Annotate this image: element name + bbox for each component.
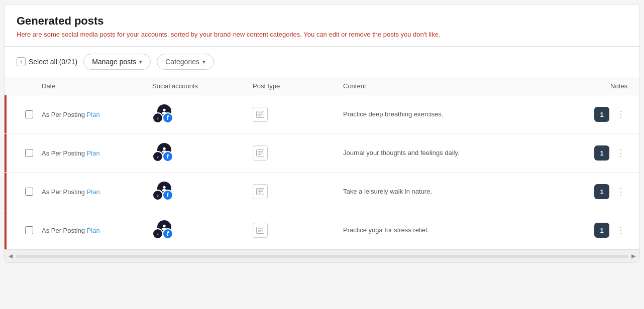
row-content: Take a leisurely walk in nature. [343, 179, 567, 204]
more-options-icon[interactable]: ⋮ [614, 223, 627, 238]
avatar-stack: ♪ f [152, 181, 182, 203]
svg-point-5 [163, 147, 165, 150]
col-content: Content [343, 82, 567, 90]
avatar-stack: ♪ f [152, 103, 182, 125]
row-notes: 1 ⋮ [567, 176, 627, 207]
categories-button[interactable]: Categories ▾ [157, 54, 214, 70]
facebook-icon: f [162, 190, 173, 201]
date-link[interactable]: Plan [87, 111, 100, 118]
page-subtitle: Here are some social media posts for you… [17, 31, 627, 38]
table-row: As Per Posting Plan ♪ f Practice [5, 211, 639, 249]
date-prefix: As Per Posting [42, 149, 87, 157]
checkbox-input[interactable] [25, 149, 33, 157]
svg-point-15 [163, 225, 165, 227]
row-notes: 1 ⋮ [567, 215, 627, 246]
row-content: Practice deep breathing exercises. [343, 102, 567, 127]
row-checkbox[interactable] [17, 149, 42, 157]
table-row: As Per Posting Plan ♪ f Journal y [5, 134, 639, 173]
row-checkbox[interactable] [17, 226, 42, 234]
avatar-stack: ♪ f [152, 142, 182, 164]
select-all-label: Select all (0/21) [29, 58, 77, 66]
row-accounts: ♪ f [152, 173, 253, 211]
checkbox-input[interactable] [25, 110, 33, 118]
row-post-type [253, 215, 343, 246]
chevron-down-icon: ▾ [202, 59, 205, 65]
row-notes: 1 ⋮ [567, 137, 627, 169]
facebook-icon: f [162, 112, 173, 123]
date-link[interactable]: Plan [87, 227, 100, 234]
note-badge: 1 [594, 145, 609, 161]
row-content: Practice yoga for stress relief. [343, 218, 567, 243]
row-notes: 1 ⋮ [567, 99, 627, 130]
table-row: As Per Posting Plan ♪ f Practice [5, 95, 639, 134]
post-type-icon [253, 223, 268, 238]
checkbox-input[interactable] [25, 188, 33, 196]
post-type-icon [253, 184, 268, 199]
col-post-type: Post type [253, 82, 343, 90]
post-type-icon [253, 107, 268, 122]
tiktok-icon: ♪ [152, 151, 163, 162]
more-options-icon[interactable]: ⋮ [614, 184, 627, 199]
note-badge: 1 [594, 223, 609, 238]
row-date: As Per Posting Plan [42, 103, 152, 126]
page-title: Generated posts [17, 15, 627, 28]
row-post-type [253, 137, 343, 169]
col-checkbox [17, 82, 42, 90]
horizontal-scrollbar[interactable]: ◀ ▶ [5, 249, 639, 262]
row-checkbox[interactable] [17, 110, 42, 118]
row-checkbox[interactable] [17, 188, 42, 196]
row-content: Journal your thoughts and feelings daily… [343, 140, 567, 166]
table-body: As Per Posting Plan ♪ f Practice [5, 95, 639, 249]
more-options-icon[interactable]: ⋮ [614, 145, 627, 161]
scroll-left-icon[interactable]: ◀ [9, 253, 13, 259]
tiktok-icon: ♪ [152, 112, 163, 123]
select-all-button[interactable]: ＋ Select all (0/21) [17, 57, 77, 66]
col-date: Date [42, 82, 152, 90]
row-date: As Per Posting Plan [42, 141, 152, 165]
row-post-type [253, 99, 343, 130]
facebook-icon: f [162, 151, 173, 162]
categories-label: Categories [165, 58, 199, 66]
chevron-down-icon: ▾ [139, 59, 142, 65]
avatar-stack: ♪ f [152, 219, 182, 241]
row-date: As Per Posting Plan [42, 180, 152, 204]
facebook-icon: f [162, 228, 173, 239]
table-header: Date Social accounts Post type Content N… [5, 77, 639, 95]
page-container: Generated posts Here are some social med… [4, 4, 640, 263]
col-notes: Notes [567, 82, 627, 90]
scroll-track [16, 255, 628, 258]
svg-point-0 [163, 109, 165, 111]
select-all-icon: ＋ [17, 57, 26, 66]
note-badge: 1 [594, 184, 609, 199]
col-social-accounts: Social accounts [152, 82, 253, 90]
post-type-icon [253, 145, 268, 161]
row-accounts: ♪ f [152, 211, 253, 249]
manage-posts-button[interactable]: Manage posts ▾ [83, 54, 151, 70]
row-accounts: ♪ f [152, 134, 253, 172]
date-link[interactable]: Plan [87, 188, 100, 196]
tiktok-icon: ♪ [152, 190, 163, 201]
date-prefix: As Per Posting [42, 227, 87, 234]
toolbar: ＋ Select all (0/21) Manage posts ▾ Categ… [5, 47, 639, 77]
date-prefix: As Per Posting [42, 111, 87, 118]
row-post-type [253, 176, 343, 207]
table-row: As Per Posting Plan ♪ f Take a le [5, 173, 639, 211]
note-badge: 1 [594, 107, 609, 122]
date-prefix: As Per Posting [42, 188, 87, 196]
scroll-right-icon[interactable]: ▶ [631, 253, 635, 259]
more-options-icon[interactable]: ⋮ [614, 107, 627, 122]
date-link[interactable]: Plan [87, 149, 100, 157]
row-date: As Per Posting Plan [42, 219, 152, 242]
row-accounts: ♪ f [152, 95, 253, 133]
tiktok-icon: ♪ [152, 228, 163, 239]
page-header: Generated posts Here are some social med… [5, 5, 639, 47]
svg-point-10 [163, 186, 165, 189]
manage-posts-label: Manage posts [92, 58, 136, 66]
checkbox-input[interactable] [25, 226, 33, 234]
